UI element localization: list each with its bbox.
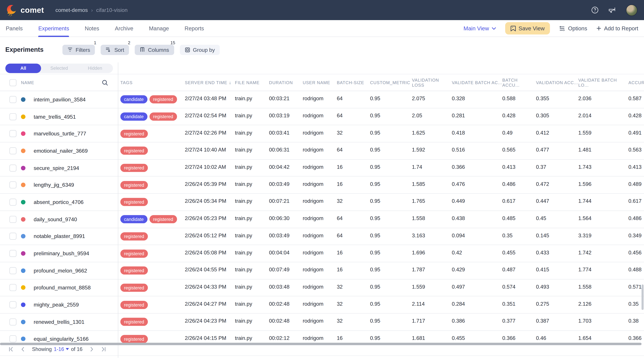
view-selector[interactable]: Main View [464, 25, 496, 31]
column-header-duration[interactable]: DURATION [269, 78, 303, 87]
next-page-button[interactable] [88, 347, 96, 352]
experiment-name[interactable]: absent_portico_4706 [34, 199, 84, 205]
breadcrumb-workspace[interactable]: comet-demos [56, 7, 88, 13]
table-row[interactable]: emotional_nailer_3669registered2/27/24 1… [0, 142, 644, 160]
last-page-button[interactable] [100, 347, 107, 352]
user-avatar[interactable] [626, 4, 638, 16]
column-header-batch_accu[interactable]: BATCH ACCU... [502, 78, 536, 87]
tag-pill[interactable]: registered [120, 318, 148, 326]
table-row[interactable]: equal_singularity_5166registered2/26/24 … [0, 331, 644, 343]
horizontal-scrollbar[interactable] [0, 343, 642, 345]
experiment-name[interactable]: profound_melon_9662 [34, 268, 87, 274]
row-checkbox[interactable] [10, 336, 16, 343]
table-row[interactable]: notable_plaster_8991registered2/26/24 05… [0, 228, 644, 245]
row-checkbox[interactable] [10, 267, 16, 274]
tag-pill[interactable]: registered [120, 232, 148, 241]
tag-pill[interactable]: registered [120, 335, 148, 343]
tag-pill[interactable]: registered [120, 267, 148, 275]
tag-pill[interactable]: registered [120, 181, 148, 189]
segment-all[interactable]: All [5, 63, 41, 73]
experiment-name[interactable]: notable_plaster_8991 [34, 233, 85, 240]
row-checkbox[interactable] [10, 216, 16, 223]
tab-archive[interactable]: Archive [115, 20, 133, 37]
column-header-validation_loss[interactable]: VALIDATION LOSS [412, 78, 452, 87]
table-row[interactable]: profound_melon_9662registered2/26/24 04:… [0, 262, 644, 279]
tag-pill[interactable]: registered [120, 130, 148, 138]
experiment-name[interactable]: renewed_trellis_1301 [34, 319, 84, 325]
column-header-validate_batch_ac[interactable]: VALIDATE BATCH AC... [452, 78, 502, 87]
breadcrumb-project[interactable]: cifar10-vision [96, 7, 128, 13]
tag-pill[interactable]: registered [150, 215, 177, 223]
search-icon[interactable] [102, 79, 108, 86]
comet-logo[interactable]: comet [6, 4, 44, 16]
tag-pill[interactable]: candidate [120, 95, 148, 104]
row-checkbox[interactable] [10, 130, 16, 137]
column-header-validation_acc[interactable]: VALIDATION ACC... [536, 78, 578, 87]
table-row[interactable]: secure_spire_2194registered2/27/24 10:02… [0, 160, 644, 177]
tag-pill[interactable]: registered [120, 249, 148, 258]
previous-page-button[interactable] [19, 347, 26, 352]
sort-button[interactable]: Sort 2 [101, 44, 129, 55]
vertical-scrollbar[interactable] [642, 284, 644, 310]
experiment-name[interactable]: mighty_peak_2559 [34, 302, 79, 308]
tag-pill[interactable]: registered [120, 147, 148, 155]
row-checkbox[interactable] [10, 164, 16, 171]
columns-button[interactable]: Columns 15 [135, 44, 174, 55]
tab-manage[interactable]: Manage [149, 20, 169, 37]
experiment-name[interactable]: profound_marmot_8858 [34, 285, 91, 291]
tag-pill[interactable]: registered [120, 284, 148, 292]
column-header-batch_size[interactable]: BATCH-SIZE [337, 78, 370, 87]
tag-pill[interactable]: registered [150, 112, 177, 121]
row-checkbox[interactable] [10, 250, 16, 257]
tag-pill[interactable]: registered [120, 301, 148, 309]
tag-pill[interactable]: registered [150, 95, 177, 104]
table-row[interactable]: tame_trellis_4951candidateregistered2/27… [0, 108, 644, 125]
table-row[interactable]: marvellous_turtle_777registered2/27/24 0… [0, 125, 644, 142]
experiment-name[interactable]: secure_spire_2194 [34, 165, 79, 171]
row-checkbox[interactable] [10, 284, 16, 291]
column-header-validate_batch_lo[interactable]: VALIDATE BATCH LO... [578, 78, 628, 87]
table-row[interactable]: lengthy_jig_6349registered2/26/24 05:39 … [0, 177, 644, 194]
table-row[interactable]: daily_sound_9740candidateregistered2/26/… [0, 211, 644, 228]
table-row[interactable]: interim_pavilion_3584candidateregistered… [0, 91, 644, 108]
row-checkbox[interactable] [10, 319, 16, 326]
row-checkbox[interactable] [10, 301, 16, 308]
row-checkbox[interactable] [10, 147, 16, 154]
experiment-name[interactable]: lengthy_jig_6349 [34, 182, 74, 188]
column-header-name[interactable]: NAME [21, 80, 34, 85]
help-icon[interactable] [592, 6, 598, 13]
table-row[interactable]: profound_marmot_8858registered2/26/24 04… [0, 279, 644, 297]
tag-pill[interactable]: candidate [120, 112, 148, 121]
segment-hidden[interactable]: Hidden [77, 63, 113, 73]
select-all-checkbox[interactable] [10, 79, 16, 86]
experiment-name[interactable]: daily_sound_9740 [34, 216, 77, 222]
table-row[interactable]: renewed_trellis_1301registered2/26/24 04… [0, 314, 644, 331]
tab-experiments[interactable]: Experiments [38, 20, 69, 37]
column-header-server_end_time[interactable]: SERVER END TIME↓ [185, 78, 235, 87]
table-row[interactable]: absent_portico_4706registered2/26/24 05:… [0, 194, 644, 211]
tab-reports[interactable]: Reports [185, 20, 204, 37]
experiment-name[interactable]: emotional_nailer_3669 [34, 148, 88, 154]
experiment-name[interactable]: marvellous_turtle_777 [34, 131, 86, 137]
options-button[interactable]: Options [559, 25, 587, 31]
table-row[interactable]: mighty_peak_2559registered2/26/24 04:27 … [0, 297, 644, 314]
filters-button[interactable]: Filters 1 [62, 44, 95, 55]
group-by-button[interactable]: Group by [180, 44, 220, 55]
column-header-custom_metric[interactable]: CUSTOM_METRIC [370, 78, 412, 87]
column-header-accuracy[interactable]: ACCURA... [628, 78, 644, 87]
row-checkbox[interactable] [10, 113, 16, 120]
row-checkbox[interactable] [10, 182, 16, 189]
row-checkbox[interactable] [10, 199, 16, 206]
row-checkbox[interactable] [10, 96, 16, 103]
experiment-name[interactable]: interim_pavilion_3584 [34, 96, 86, 103]
tag-pill[interactable]: registered [120, 198, 148, 206]
first-page-button[interactable] [8, 347, 15, 352]
table-row[interactable]: preliminary_bush_9594registered2/26/24 0… [0, 245, 644, 262]
column-header-file_name[interactable]: FILE NAME [235, 78, 269, 87]
add-to-report-button[interactable]: Add to Report [596, 25, 638, 31]
tab-panels[interactable]: Panels [6, 20, 23, 37]
page-range-selector[interactable]: 1-16 [54, 346, 69, 352]
column-header-user_name[interactable]: USER NAME [303, 78, 337, 87]
experiment-name[interactable]: tame_trellis_4951 [34, 113, 76, 120]
experiment-name[interactable]: preliminary_bush_9594 [34, 250, 89, 257]
